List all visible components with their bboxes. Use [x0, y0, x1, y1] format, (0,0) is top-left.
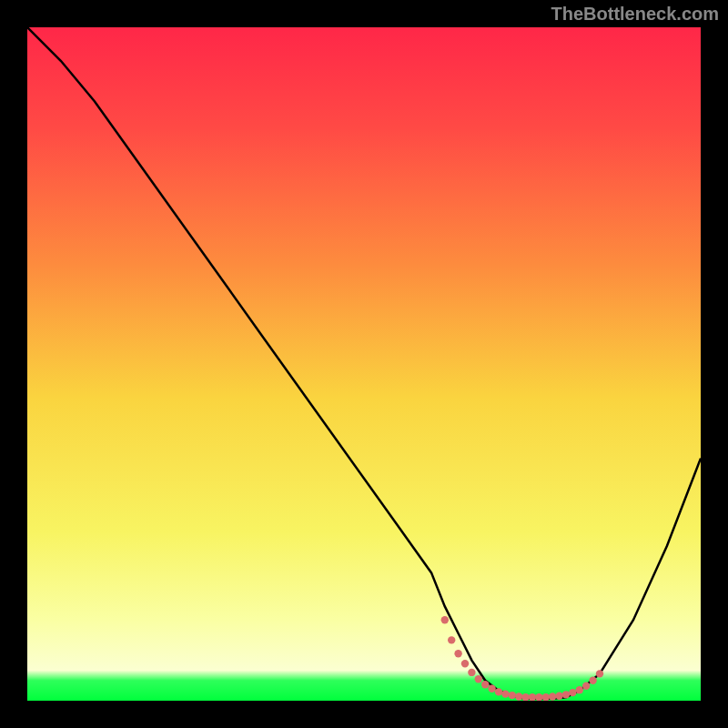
svg-point-16 [542, 693, 550, 701]
svg-point-23 [589, 677, 596, 684]
watermark-text: TheBottleneck.com [551, 4, 719, 25]
svg-point-18 [555, 693, 562, 700]
plot-area [27, 27, 701, 701]
svg-point-20 [569, 689, 576, 696]
svg-point-2 [448, 636, 455, 643]
svg-point-6 [475, 675, 482, 682]
main-curve [27, 27, 701, 699]
chart-svg [27, 27, 701, 701]
svg-point-1 [441, 616, 449, 623]
svg-point-5 [468, 669, 475, 676]
svg-point-10 [501, 690, 509, 697]
svg-point-4 [461, 660, 469, 667]
dotted-min-curve [441, 616, 604, 701]
svg-point-15 [535, 693, 542, 701]
svg-point-7 [481, 681, 489, 688]
svg-point-3 [454, 650, 461, 657]
svg-point-8 [488, 684, 495, 692]
svg-point-13 [521, 693, 529, 701]
chart-container: TheBottleneck.com [0, 0, 728, 728]
svg-point-14 [529, 693, 536, 701]
svg-point-12 [515, 693, 522, 700]
svg-point-19 [562, 691, 570, 698]
svg-point-11 [509, 692, 516, 699]
svg-point-22 [582, 682, 590, 690]
svg-point-24 [596, 670, 603, 677]
svg-point-9 [495, 688, 502, 695]
svg-point-17 [549, 693, 556, 700]
svg-point-21 [576, 686, 583, 693]
